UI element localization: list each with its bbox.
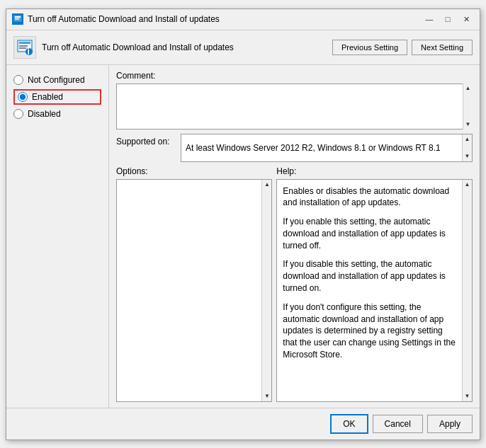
svg-rect-4 [19,42,30,44]
enabled-option[interactable]: Enabled [13,89,101,105]
previous-setting-button[interactable]: Previous Setting [332,40,407,55]
comment-section: Comment: ▲ ▼ [116,71,473,130]
next-setting-button[interactable]: Next Setting [412,40,473,55]
svg-rect-6 [19,47,26,49]
help-paragraph-3: If you disable this setting, the automat… [283,258,458,294]
options-scrollbar: ▲ ▼ [261,180,271,401]
supported-label: Supported on: [116,134,176,147]
supported-scroll-up[interactable]: ▲ [463,134,473,144]
close-button[interactable]: ✕ [457,11,475,27]
enabled-radio[interactable] [18,92,28,102]
header-buttons: Previous Setting Next Setting [332,40,473,55]
help-label: Help: [276,166,473,176]
not-configured-option[interactable]: Not Configured [13,74,101,86]
options-box: ▲ ▼ [116,179,272,402]
not-configured-label: Not Configured [28,75,85,85]
help-box: Enables or disables the automatic downlo… [276,179,473,402]
comment-label: Comment: [116,71,473,81]
options-scroll-up[interactable]: ▲ [262,180,272,190]
ok-button[interactable]: OK [330,414,368,434]
svg-text:i: i [28,47,30,56]
dialog-header-left: i Turn off Automatic Download and Instal… [13,36,332,59]
header-title: Turn off Automatic Download and Install … [42,42,234,52]
help-scroll-track [463,190,472,391]
enabled-label: Enabled [32,92,63,102]
help-paragraph-1: Enables or disables the automatic downlo… [283,185,458,209]
supported-box: At least Windows Server 2012 R2, Windows… [181,134,473,162]
help-scrollbar: ▲ ▼ [462,180,472,401]
left-panel: Not Configured Enabled Disabled [6,65,109,408]
comment-textarea[interactable] [116,84,473,130]
title-bar-left: Turn off Automatic Download and Install … [12,13,220,25]
scrollbar-track [463,93,473,120]
help-panel: Help: Enables or disables the automatic … [276,166,473,402]
right-panel: Comment: ▲ ▼ Supported on: At least Wind… [109,65,480,408]
help-scroll-down[interactable]: ▼ [463,391,473,401]
cancel-button[interactable]: Cancel [373,415,423,433]
title-bar-controls: — □ ✕ [420,11,475,27]
apply-button[interactable]: Apply [427,415,473,433]
minimize-button[interactable]: — [420,11,439,27]
help-paragraph-2: If you enable this setting, the automati… [283,216,458,251]
help-paragraph-4: If you don't configure this setting, the… [283,301,458,361]
options-scroll-track [262,190,271,391]
supported-scroll-track [463,144,472,151]
dialog-header: i Turn off Automatic Download and Instal… [6,30,480,65]
help-scroll-up[interactable]: ▲ [463,180,473,190]
options-scroll-down[interactable]: ▼ [262,391,272,401]
svg-rect-1 [15,16,21,18]
dialog-footer: OK Cancel Apply [6,408,480,440]
svg-rect-2 [15,18,19,20]
not-configured-radio[interactable] [13,75,23,85]
supported-text: At least Windows Server 2012 R2, Windows… [186,143,441,153]
supported-section: Supported on: At least Windows Server 20… [116,134,473,162]
scrollbar-up-arrow[interactable]: ▲ [463,84,473,93]
dialog-body: Not Configured Enabled Disabled Comment:… [6,65,480,408]
maximize-button[interactable]: □ [439,11,457,27]
options-panel: Options: ▲ ▼ [116,166,276,402]
comment-scrollbar: ▲ ▼ [463,84,473,130]
dialog-window: Turn off Automatic Download and Install … [6,8,480,440]
bottom-section: Options: ▲ ▼ Help: Enables or dis [116,166,473,402]
disabled-radio[interactable] [13,109,23,119]
supported-scrollbar: ▲ ▼ [462,134,472,161]
title-text: Turn off Automatic Download and Install … [28,14,220,24]
disabled-option[interactable]: Disabled [13,108,101,120]
header-icon: i [13,36,36,59]
scrollbar-down-arrow[interactable]: ▼ [463,120,473,130]
svg-rect-5 [19,45,28,47]
help-content: Enables or disables the automatic downlo… [277,180,472,367]
disabled-label: Disabled [28,109,61,119]
dialog-icon [12,13,23,25]
title-bar: Turn off Automatic Download and Install … [6,9,480,30]
supported-scroll-down[interactable]: ▼ [463,151,473,161]
options-label: Options: [116,166,272,176]
